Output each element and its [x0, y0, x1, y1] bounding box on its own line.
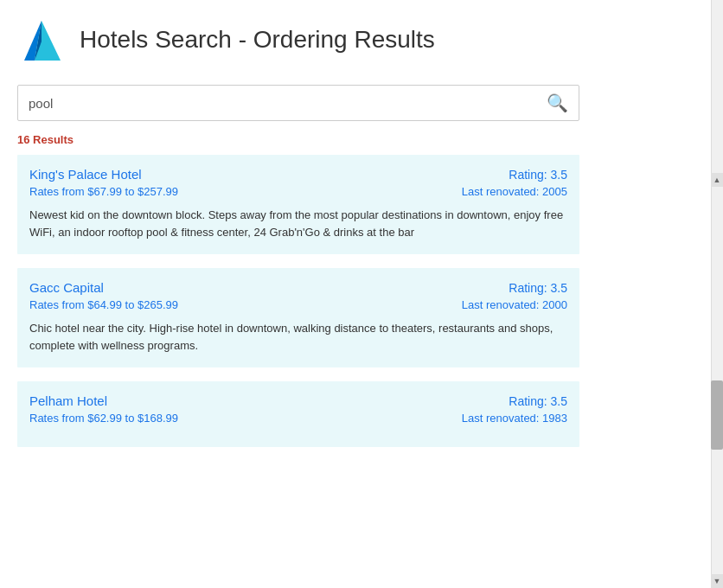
app-logo: [17, 16, 66, 64]
search-icon: 🔍: [547, 93, 568, 112]
page-title: Hotels Search - Ordering Results: [80, 26, 435, 54]
results-list: King's Palace Hotel Rating: 3.5 Rates fr…: [0, 155, 723, 447]
hotel-card: King's Palace Hotel Rating: 3.5 Rates fr…: [17, 155, 579, 254]
hotel-top-row: Gacc Capital Rating: 3.5: [29, 280, 567, 295]
app-container: Hotels Search - Ordering Results 🔍 16 Re…: [0, 0, 723, 588]
search-button[interactable]: 🔍: [536, 86, 579, 120]
hotel-card: Pelham Hotel Rating: 3.5 Rates from $62.…: [17, 381, 579, 447]
hotel-mid-row: Rates from $64.99 to $265.99 Last renova…: [29, 298, 567, 311]
hotel-rating: Rating: 3.5: [509, 168, 567, 182]
hotel-renovated: Last renovated: 2000: [462, 298, 567, 311]
scrollbar-arrow-up[interactable]: ▲: [711, 173, 723, 187]
hotel-rates: Rates from $62.99 to $168.99: [29, 412, 178, 425]
scrollbar-thumb[interactable]: [711, 380, 723, 450]
hotel-card: Gacc Capital Rating: 3.5 Rates from $64.…: [17, 268, 579, 368]
hotel-rates: Rates from $67.99 to $257.99: [29, 185, 178, 198]
hotel-rating: Rating: 3.5: [509, 281, 567, 295]
scrollbar-track: ▲ ▼: [711, 0, 723, 588]
hotel-rating: Rating: 3.5: [509, 394, 567, 408]
hotel-mid-row: Rates from $62.99 to $168.99 Last renova…: [29, 412, 567, 425]
hotel-name[interactable]: Pelham Hotel: [29, 393, 107, 408]
results-count: 16 Results: [0, 126, 723, 155]
hotel-rates: Rates from $64.99 to $265.99: [29, 298, 178, 311]
results-number: 16: [17, 133, 29, 146]
hotel-mid-row: Rates from $67.99 to $257.99 Last renova…: [29, 185, 567, 198]
search-area: 🔍: [0, 76, 723, 126]
hotel-name[interactable]: King's Palace Hotel: [29, 167, 142, 182]
search-box: 🔍: [17, 85, 579, 121]
hotel-top-row: King's Palace Hotel Rating: 3.5: [29, 167, 567, 182]
hotel-top-row: Pelham Hotel Rating: 3.5: [29, 393, 567, 408]
scrollbar-arrow-down[interactable]: ▼: [711, 574, 723, 588]
hotel-description: Newest kid on the downtown block. Steps …: [29, 207, 567, 240]
results-suffix: Results: [29, 133, 74, 146]
header: Hotels Search - Ordering Results: [0, 0, 723, 76]
hotel-description: Chic hotel near the city. High-rise hote…: [29, 320, 567, 354]
hotel-renovated: Last renovated: 1983: [462, 412, 567, 425]
hotel-renovated: Last renovated: 2005: [462, 185, 567, 198]
search-input[interactable]: [18, 87, 536, 119]
hotel-name[interactable]: Gacc Capital: [29, 280, 104, 295]
